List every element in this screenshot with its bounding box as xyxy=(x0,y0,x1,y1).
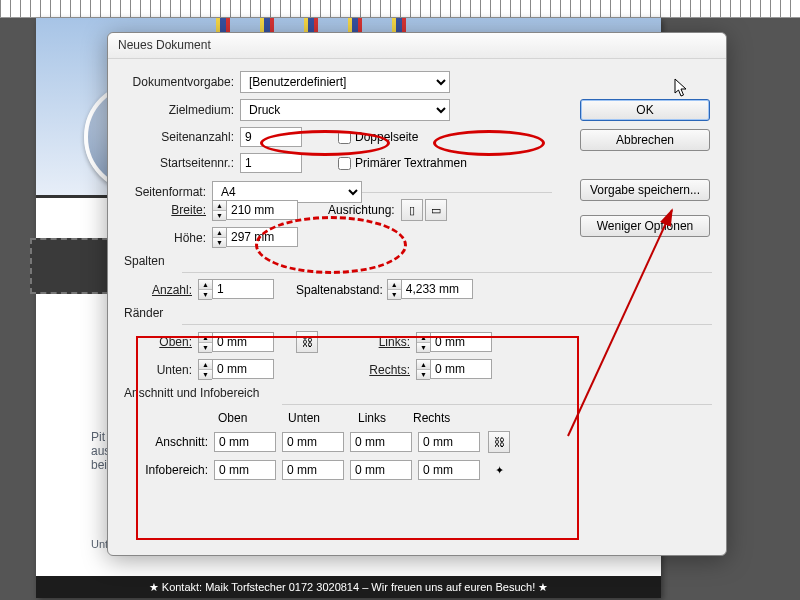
cancel-button[interactable]: Abbrechen xyxy=(580,129,710,151)
margin-bottom-input[interactable] xyxy=(212,359,274,379)
margin-top-label: Oben: xyxy=(148,335,198,349)
bleed-group: Anschnitt und Infobereich xyxy=(124,386,712,400)
dialog-titlebar[interactable]: Neues Dokument xyxy=(108,33,726,59)
save-preset-button[interactable]: Vorgabe speichern... xyxy=(580,179,710,201)
fewer-options-button[interactable]: Weniger Optionen xyxy=(580,215,710,237)
orientation-landscape-icon[interactable]: ▭ xyxy=(425,199,447,221)
height-input[interactable] xyxy=(226,227,298,247)
count-spinner[interactable]: ▲▼ xyxy=(198,279,212,300)
bleed-label: Anschnitt: xyxy=(144,435,214,449)
count-label: Anzahl: xyxy=(148,283,198,297)
ok-button[interactable]: OK xyxy=(580,99,710,121)
orientation-portrait-icon[interactable]: ▯ xyxy=(401,199,423,221)
bleed-bottom-input[interactable] xyxy=(282,432,344,452)
margin-left-input[interactable] xyxy=(430,332,492,352)
gutter-input[interactable] xyxy=(401,279,473,299)
bleed-right-input[interactable] xyxy=(418,432,480,452)
slug-right-input[interactable] xyxy=(418,460,480,480)
margins-group: Ränder xyxy=(124,306,712,320)
slug-left-input[interactable] xyxy=(350,460,412,480)
link-bleed-icon[interactable]: ⛓ xyxy=(488,431,510,453)
gutter-label: Spaltenabstand: xyxy=(296,283,383,297)
pagesize-label: Seitenformat: xyxy=(122,185,212,199)
slug-bottom-input[interactable] xyxy=(282,460,344,480)
height-label: Höhe: xyxy=(162,231,212,245)
bleed-col-bottom: Unten xyxy=(288,411,358,425)
slug-label: Infobereich: xyxy=(144,463,214,477)
slug-preview-icon[interactable]: ✦ xyxy=(488,459,510,481)
margin-left-spinner[interactable]: ▲▼ xyxy=(416,332,430,353)
startpage-input[interactable] xyxy=(240,153,302,173)
count-input[interactable] xyxy=(212,279,274,299)
bleed-top-input[interactable] xyxy=(214,432,276,452)
width-label: Breite: xyxy=(162,203,212,217)
bleed-left-input[interactable] xyxy=(350,432,412,452)
margin-bottom-spinner[interactable]: ▲▼ xyxy=(198,359,212,380)
pages-label: Seitenanzahl: xyxy=(122,130,240,144)
new-document-dialog: Neues Dokument Dokumentvorgabe: [Benutze… xyxy=(107,32,727,556)
margin-right-label: Rechts: xyxy=(366,363,416,377)
preset-select[interactable]: [Benutzerdefiniert] xyxy=(240,71,450,93)
link-margins-icon[interactable]: ⛓ xyxy=(296,331,318,353)
margin-top-spinner[interactable]: ▲▼ xyxy=(198,332,212,353)
bleed-col-top: Oben xyxy=(218,411,288,425)
startpage-label: Startseitennr.: xyxy=(122,156,240,170)
footer: ★ Kontakt: Maik Torfstecher 0172 3020814… xyxy=(36,576,661,598)
bleed-col-right: Rechts xyxy=(413,411,468,425)
orientation-label: Ausrichtung: xyxy=(328,203,395,217)
margin-bottom-label: Unten: xyxy=(148,363,198,377)
intent-label: Zielmedium: xyxy=(122,103,240,117)
margin-top-input[interactable] xyxy=(212,332,274,352)
bleed-col-left: Links xyxy=(358,411,413,425)
intent-select[interactable]: Druck xyxy=(240,99,450,121)
ruler-horizontal xyxy=(0,0,800,18)
preset-label: Dokumentvorgabe: xyxy=(122,75,240,89)
slug-top-input[interactable] xyxy=(214,460,276,480)
primary-textframe-checkbox[interactable]: Primärer Textrahmen xyxy=(338,156,467,170)
gutter-spinner[interactable]: ▲▼ xyxy=(387,279,401,300)
width-input[interactable] xyxy=(226,200,298,220)
margin-right-spinner[interactable]: ▲▼ xyxy=(416,359,430,380)
margin-right-input[interactable] xyxy=(430,359,492,379)
columns-group: Spalten xyxy=(124,254,712,268)
pages-input[interactable] xyxy=(240,127,302,147)
width-spinner[interactable]: ▲▼ xyxy=(212,200,226,221)
margin-left-label: Links: xyxy=(366,335,416,349)
height-spinner[interactable]: ▲▼ xyxy=(212,227,226,248)
cursor-icon xyxy=(674,78,688,98)
facing-pages-checkbox[interactable]: Doppelseite xyxy=(338,130,418,144)
